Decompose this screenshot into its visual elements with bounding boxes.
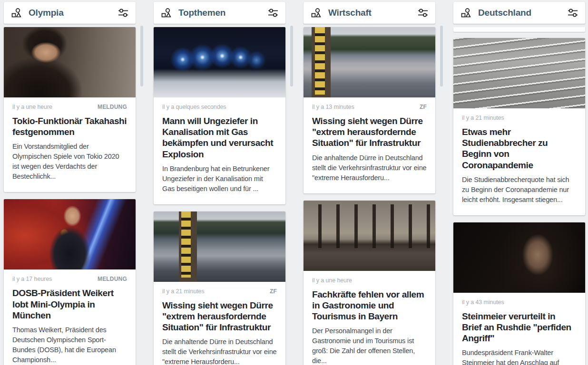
summary: Bundespräsident Frank-Walter Steinmeier …: [462, 348, 577, 365]
summary: Thomas Weikert, Präsident des Deutschen …: [12, 325, 127, 365]
category-badge: ZF: [270, 288, 277, 295]
shapes-icon: [160, 7, 172, 19]
news-card[interactable]: il y a 21 minutes ZF Wissing sieht wegen…: [154, 211, 285, 365]
column-wirtschaft: Wirtschaft il y a 13 minutes ZF Wissing …: [304, 2, 435, 365]
article-photo-rushdie: [453, 222, 585, 293]
filter-sliders-icon[interactable]: [267, 7, 279, 19]
summary: Die anhaltende Dürre in Deutschland stel…: [312, 153, 427, 183]
news-card[interactable]: il y a 21 minutes Etwas mehr Studienabbr…: [453, 38, 585, 215]
card-content: il y a une heure Fachkräfte fehlen vor a…: [304, 271, 435, 365]
news-card[interactable]: il y a une heure Fachkräfte fehlen vor a…: [304, 201, 435, 365]
category-badge: MELDUNG: [98, 276, 127, 282]
headline: DOSB-Präsident Weikert lobt Mini-Olympia…: [12, 288, 127, 321]
card-content: il y a 21 minutes Etwas mehr Studienabbr…: [453, 108, 585, 215]
headline: Tokio-Funktionär Takahashi festgenommen: [12, 115, 127, 137]
card-content: il y a quelques secondes Mann will Ungez…: [154, 97, 285, 204]
card-list: il y a 21 minutes Etwas mehr Studienabbr…: [453, 27, 585, 365]
news-card[interactable]: il y a 17 heures MELDUNG DOSB-Präsident …: [4, 199, 136, 365]
headline: Steinmeier verurteilt in Brief an Rushdi…: [462, 311, 577, 344]
card-content: il y a 21 minutes ZF Wissing sieht wegen…: [154, 282, 285, 365]
shapes-icon: [310, 7, 322, 19]
category-badge: ZF: [420, 104, 427, 110]
column-title: Olympia: [29, 8, 118, 18]
summary: Die Studienabbrecherquote hat sich zu Be…: [462, 175, 577, 205]
article-photo-water-gauge: [304, 27, 435, 97]
news-card[interactable]: il y a quelques secondes Mann will Ungez…: [154, 27, 285, 204]
column-header: Olympia: [4, 2, 136, 24]
article-photo-bar-stools: [304, 201, 435, 271]
news-card[interactable]: il y a 43 minutes Steinmeier verurteilt …: [453, 222, 585, 365]
column-header: Topthemen: [154, 2, 285, 24]
timestamp: il y a 43 minutes: [462, 299, 504, 306]
shapes-icon: [10, 7, 22, 19]
column-deutschland: Deutschland il y a 21 minutes Etwas mehr…: [453, 2, 585, 365]
summary: In Brandenburg hat ein Betrunkener Ungez…: [162, 164, 277, 194]
filter-sliders-icon[interactable]: [417, 7, 429, 19]
timestamp: il y a 21 minutes: [162, 288, 205, 295]
headline: Fachkräfte fehlen vor allem in Gastronom…: [312, 289, 427, 322]
headline: Etwas mehr Studienabbrecher zu Beginn vo…: [462, 126, 577, 171]
column-header: Wirtschaft: [304, 2, 435, 24]
partial-previous-card[interactable]: [453, 27, 585, 32]
category-badge: MELDUNG: [98, 104, 127, 110]
article-photo-stage-speaker: [4, 199, 136, 269]
card-content: il y a une heure MELDUNG Tokio-Funktionä…: [4, 97, 136, 192]
summary: Die anhaltende Dürre in Deutschland stel…: [162, 337, 277, 365]
column-topthemen: Topthemen il y a quelques secondes Mann …: [154, 2, 285, 365]
timestamp: il y a quelques secondes: [162, 104, 226, 110]
card-content: il y a 13 minutes ZF Wissing sieht wegen…: [304, 97, 435, 193]
column-title: Topthemen: [178, 8, 267, 18]
timestamp: il y a une heure: [12, 104, 52, 110]
article-photo-water-gauge: [154, 211, 285, 282]
column-title: Deutschland: [478, 8, 567, 18]
card-list: il y a une heure MELDUNG Tokio-Funktionä…: [4, 27, 136, 365]
filter-sliders-icon[interactable]: [567, 7, 578, 19]
headline: Mann will Ungeziefer in Kanalisation mit…: [162, 115, 277, 160]
timestamp: il y a 17 heures: [12, 276, 52, 282]
card-content: il y a 43 minutes Steinmeier verurteilt …: [453, 293, 585, 365]
card-list: il y a 13 minutes ZF Wissing sieht wegen…: [304, 27, 435, 365]
article-photo-exam-hall: [453, 38, 585, 108]
column-header: Deutschland: [453, 2, 585, 24]
column-olympia: Olympia il y a une heure MELDUNG Tokio-F…: [4, 2, 136, 365]
news-card[interactable]: il y a 13 minutes ZF Wissing sieht wegen…: [304, 27, 435, 193]
column-scrollbar[interactable]: [290, 26, 293, 86]
headline: Wissing sieht wegen Dürre "extrem heraus…: [312, 115, 427, 149]
column-scrollbar[interactable]: [140, 26, 143, 86]
column-scrollbar[interactable]: [440, 26, 443, 86]
summary: Ein Vorstandsmitglied der Olympischen Sp…: [12, 142, 127, 182]
card-list: il y a quelques secondes Mann will Ungez…: [154, 27, 285, 365]
headline: Wissing sieht wegen Dürre "extrem heraus…: [162, 300, 277, 333]
filter-sliders-icon[interactable]: [118, 7, 129, 19]
summary: Der Personalmangel in der Gastronomie un…: [312, 326, 427, 365]
timestamp: il y a 21 minutes: [462, 115, 504, 121]
article-photo-takahashi: [4, 27, 136, 97]
news-card[interactable]: il y a une heure MELDUNG Tokio-Funktionä…: [4, 27, 136, 192]
shapes-icon: [460, 7, 471, 19]
timestamp: il y a 13 minutes: [312, 104, 354, 110]
column-title: Wirtschaft: [328, 8, 417, 18]
timestamp: il y a une heure: [312, 277, 352, 284]
article-photo-police-light: [154, 27, 285, 97]
card-content: il y a 17 heures MELDUNG DOSB-Präsident …: [4, 269, 136, 365]
